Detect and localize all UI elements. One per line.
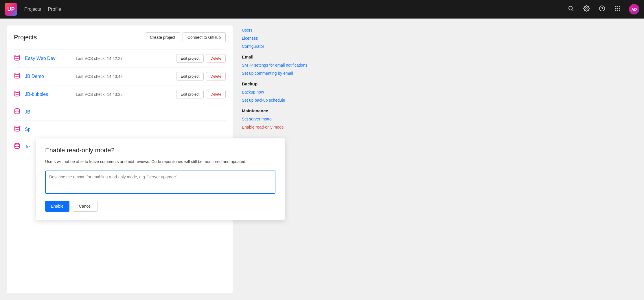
delete-project-button-2[interactable]: Delete	[206, 90, 226, 98]
svg-rect-10	[619, 8, 620, 9]
sidebar-section-email: Email	[242, 54, 311, 59]
database-icon	[14, 108, 20, 116]
projects-panel: Projects Create project Connect to GitHu…	[7, 25, 233, 293]
svg-rect-11	[615, 10, 617, 11]
database-icon	[14, 143, 20, 151]
project-buttons-0: Edit project Delete	[176, 54, 226, 63]
readonly-reason-textarea[interactable]	[45, 171, 275, 194]
logo-text: UP	[7, 6, 14, 12]
edit-project-button-1[interactable]: Edit project	[176, 72, 204, 81]
project-vcs-1: Last VCS check: 14:43:42	[76, 74, 172, 79]
svg-rect-12	[617, 10, 618, 11]
table-row: Sp	[14, 120, 226, 138]
dialog-footer: Enable Cancel	[45, 201, 275, 212]
svg-point-2	[586, 8, 587, 9]
enable-readonly-dialog: Enable read-only mode? Users will not be…	[36, 138, 285, 220]
svg-rect-13	[619, 10, 620, 11]
edit-project-button-2[interactable]: Edit project	[176, 90, 204, 98]
svg-point-18	[15, 126, 20, 128]
table-row: JB-bubbles Last VCS check: 14:43:28 Edit…	[14, 85, 226, 103]
project-buttons-2: Edit project Delete	[176, 90, 226, 98]
cancel-button[interactable]: Cancel	[73, 201, 98, 212]
sidebar-link-users[interactable]: Users	[242, 27, 311, 34]
sidebar-link-commenting-email[interactable]: Set up commenting by email	[242, 70, 311, 77]
sidebar-section-backup: Backup	[242, 81, 311, 86]
sidebar-link-backup-now[interactable]: Backup now	[242, 89, 311, 96]
svg-rect-5	[615, 6, 617, 7]
topnav: UP Projects Profile	[0, 0, 644, 19]
svg-rect-9	[617, 8, 618, 9]
svg-point-19	[15, 143, 20, 145]
delete-project-button-0[interactable]: Delete	[206, 54, 226, 63]
table-row: Easy Web Dev Last VCS check: 14:42:27 Ed…	[14, 49, 226, 67]
main-layout: Projects Create project Connect to GitHu…	[0, 19, 644, 300]
projects-header: Projects Create project Connect to GitHu…	[14, 32, 226, 42]
settings-icon[interactable]	[582, 4, 591, 14]
database-icon	[14, 90, 20, 98]
project-vcs-0: Last VCS check: 14:42:27	[76, 56, 172, 61]
svg-rect-8	[615, 8, 617, 9]
svg-point-16	[15, 91, 20, 93]
help-icon[interactable]	[598, 4, 606, 14]
sidebar-link-readonly-mode[interactable]: Enable read-only mode	[242, 124, 311, 131]
database-icon	[14, 72, 20, 80]
create-project-button[interactable]: Create project	[145, 32, 180, 42]
table-row: JB Demo Last VCS check: 14:43:42 Edit pr…	[14, 67, 226, 85]
nav-projects[interactable]: Projects	[24, 7, 41, 12]
project-name-1[interactable]: JB Demo	[25, 74, 71, 79]
edit-project-button-0[interactable]: Edit project	[176, 54, 204, 63]
search-icon[interactable]	[566, 4, 575, 14]
dialog-description: Users will not be able to leave comments…	[45, 159, 275, 165]
svg-rect-7	[619, 6, 620, 7]
database-icon	[14, 54, 20, 62]
sidebar-section-maintenance: Maintenance	[242, 108, 311, 113]
sidebar-link-backup-schedule[interactable]: Set up backup schedule	[242, 97, 311, 104]
connect-github-button[interactable]: Connect to GitHub	[183, 32, 226, 42]
svg-point-15	[15, 73, 20, 75]
nav-profile[interactable]: Profile	[48, 7, 61, 12]
projects-actions: Create project Connect to GitHub	[145, 32, 226, 42]
project-vcs-2: Last VCS check: 14:43:28	[76, 92, 172, 97]
project-name-3[interactable]: JB	[25, 109, 71, 115]
project-name-4[interactable]: Sp	[25, 127, 71, 132]
svg-point-14	[15, 55, 20, 57]
svg-line-1	[572, 10, 573, 11]
sidebar-link-smtp[interactable]: SMTP settings for email notifications	[242, 62, 311, 69]
sidebar-link-licenses[interactable]: Licenses	[242, 35, 311, 42]
svg-rect-6	[617, 6, 618, 7]
app-logo[interactable]: UP	[5, 3, 17, 16]
svg-point-17	[15, 109, 20, 110]
project-name-0[interactable]: Easy Web Dev	[25, 56, 71, 61]
user-avatar[interactable]: AD	[629, 4, 639, 14]
delete-project-button-1[interactable]: Delete	[206, 72, 226, 81]
grid-icon[interactable]	[613, 4, 622, 14]
database-icon	[14, 125, 20, 133]
page-title: Projects	[14, 34, 37, 41]
enable-button[interactable]: Enable	[45, 201, 69, 212]
project-name-2[interactable]: JB-bubbles	[25, 92, 71, 97]
table-row: JB	[14, 103, 226, 120]
dialog-title: Enable read-only mode?	[45, 147, 275, 154]
svg-point-0	[569, 6, 573, 10]
project-buttons-1: Edit project Delete	[176, 72, 226, 81]
sidebar-link-configurator[interactable]: Configurator	[242, 43, 311, 50]
sidebar-link-server-motto[interactable]: Set server motto	[242, 116, 311, 122]
